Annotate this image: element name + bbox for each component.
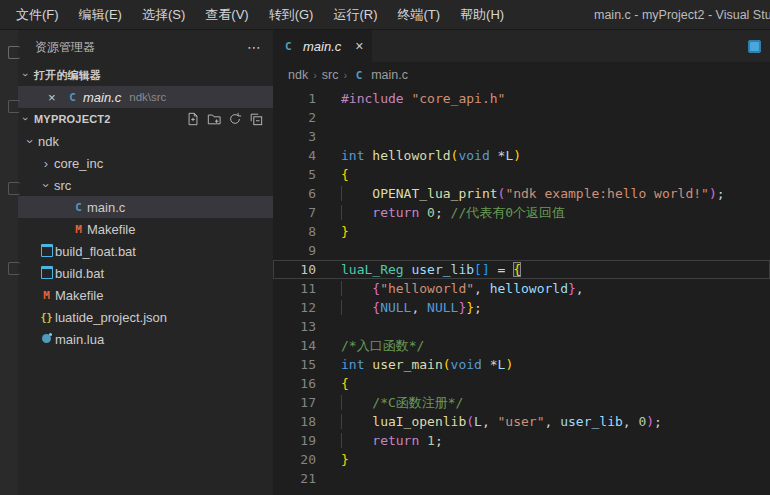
code-line-11[interactable]: 11 {"helloworld", helloworld}, (273, 279, 770, 298)
tree-item-makefile[interactable]: Makefile (18, 284, 273, 306)
line-number[interactable]: 21 (273, 469, 316, 488)
activity-bar-icon[interactable] (8, 262, 20, 275)
activity-bar-icon[interactable] (8, 46, 20, 59)
line-text: { (316, 165, 349, 184)
tab-main-c[interactable]: main.c × (273, 30, 372, 62)
line-number[interactable]: 13 (273, 317, 316, 336)
code-line-17[interactable]: 17 /*C函数注册*/ (273, 393, 770, 412)
line-text: OPENAT_lua_print("ndk example:hello worl… (316, 184, 725, 203)
c-file-icon (70, 202, 87, 213)
code-line-3[interactable]: 3 (273, 127, 770, 146)
editor-action-icon[interactable] (748, 40, 761, 53)
code-line-14[interactable]: 14/*入口函数*/ (273, 336, 770, 355)
close-icon[interactable]: × (48, 90, 64, 105)
line-number[interactable]: 14 (273, 336, 316, 355)
line-number[interactable]: 8 (273, 222, 316, 241)
menu-r[interactable]: 运行(R) (323, 0, 387, 30)
new-file-icon[interactable] (186, 112, 200, 126)
menu-s[interactable]: 选择(S) (132, 0, 195, 30)
c-file-icon (285, 41, 301, 52)
code-line-20[interactable]: 20} (273, 450, 770, 469)
project-actions (186, 112, 273, 126)
line-number[interactable]: 9 (273, 241, 316, 260)
line-number[interactable]: 6 (273, 184, 316, 203)
tree-item-luatide-project-json[interactable]: luatide_project.json (18, 306, 273, 328)
line-number[interactable]: 10 (273, 260, 316, 279)
line-number[interactable]: 5 (273, 165, 316, 184)
more-actions-icon[interactable]: ⋯ (247, 39, 261, 55)
new-folder-icon[interactable] (207, 112, 221, 126)
breadcrumb-item[interactable]: src (322, 68, 339, 82)
open-editor-item[interactable]: × main.c ndk\src (18, 86, 273, 108)
code-line-10[interactable]: 10luaL_Reg user_lib[] = { (273, 260, 770, 279)
code-line-9[interactable]: 9 (273, 241, 770, 260)
code-line-7[interactable]: 7 return 0; //代表有0个返回值 (273, 203, 770, 222)
menu-t[interactable]: 终端(T) (387, 0, 450, 30)
line-text (316, 127, 341, 146)
code-line-8[interactable]: 8} (273, 222, 770, 241)
line-text (316, 108, 341, 127)
line-text: /*C函数注册*/ (316, 393, 463, 412)
breadcrumb-item[interactable]: ndk (288, 68, 308, 82)
chevron-down-icon: › (23, 133, 38, 149)
bat-file-icon (38, 244, 55, 259)
tree-item-core-inc[interactable]: ›core_inc (18, 152, 273, 174)
refresh-icon[interactable] (228, 112, 242, 126)
line-number[interactable]: 11 (273, 279, 316, 298)
tree-item-label: ndk (38, 134, 59, 149)
code-line-13[interactable]: 13 (273, 317, 770, 336)
code-line-5[interactable]: 5{ (273, 165, 770, 184)
line-number[interactable]: 17 (273, 393, 316, 412)
tree-item-label: build_float.bat (55, 244, 136, 259)
line-number[interactable]: 1 (273, 89, 316, 108)
line-number[interactable]: 15 (273, 355, 316, 374)
activity-bar-icon[interactable] (8, 182, 20, 195)
collapse-all-icon[interactable] (249, 112, 263, 126)
tree-item-build-float-bat[interactable]: build_float.bat (18, 240, 273, 262)
tree-item-main-lua[interactable]: main.lua (18, 328, 273, 350)
tree-item-label: src (54, 178, 71, 193)
menu-h[interactable]: 帮助(H) (450, 0, 514, 30)
menu-g[interactable]: 转到(G) (259, 0, 324, 30)
code-line-1[interactable]: 1#include "core_api.h" (273, 89, 770, 108)
code-line-15[interactable]: 15int user_main(void *L) (273, 355, 770, 374)
editor-area: main.c × ndk › src › main.c 1#include "c… (273, 30, 770, 495)
line-number[interactable]: 4 (273, 146, 316, 165)
menu-v[interactable]: 查看(V) (195, 0, 258, 30)
line-number[interactable]: 3 (273, 127, 316, 146)
close-icon[interactable]: × (355, 38, 363, 54)
activity-bar[interactable] (0, 30, 18, 495)
line-number[interactable]: 18 (273, 412, 316, 431)
code-editor[interactable]: 1#include "core_api.h"234int helloworld(… (273, 88, 770, 495)
tree-item-src[interactable]: ›src (18, 174, 273, 196)
chevron-right-icon: › (344, 69, 348, 81)
line-text: luaL_Reg user_lib[] = { (316, 260, 521, 279)
line-number[interactable]: 20 (273, 450, 316, 469)
editor-actions (748, 30, 770, 62)
code-line-21[interactable]: 21 (273, 469, 770, 488)
breadcrumb[interactable]: ndk › src › main.c (273, 62, 770, 88)
menu-e[interactable]: 编辑(E) (69, 0, 132, 30)
activity-bar-icon[interactable] (8, 100, 20, 113)
line-number[interactable]: 7 (273, 203, 316, 222)
code-line-18[interactable]: 18 luaI_openlib(L, "user", user_lib, 0); (273, 412, 770, 431)
project-header[interactable]: › MYPROJECT2 (18, 108, 273, 130)
makefile-icon (70, 224, 87, 235)
code-line-19[interactable]: 19 return 1; (273, 431, 770, 450)
line-number[interactable]: 2 (273, 108, 316, 127)
tree-item-makefile[interactable]: Makefile (18, 218, 273, 240)
tree-item-main-c[interactable]: main.c (18, 196, 273, 218)
code-line-16[interactable]: 16{ (273, 374, 770, 393)
breadcrumb-item[interactable]: main.c (371, 68, 408, 82)
code-line-12[interactable]: 12 {NULL, NULL}}; (273, 298, 770, 317)
line-number[interactable]: 19 (273, 431, 316, 450)
code-line-2[interactable]: 2 (273, 108, 770, 127)
code-line-6[interactable]: 6 OPENAT_lua_print("ndk example:hello wo… (273, 184, 770, 203)
line-number[interactable]: 12 (273, 298, 316, 317)
tree-item-ndk[interactable]: ›ndk (18, 130, 273, 152)
code-line-4[interactable]: 4int helloworld(void *L) (273, 146, 770, 165)
tree-item-build-bat[interactable]: build.bat (18, 262, 273, 284)
menu-f[interactable]: 文件(F) (6, 0, 69, 30)
line-number[interactable]: 16 (273, 374, 316, 393)
open-editors-header[interactable]: › 打开的编辑器 (18, 64, 273, 86)
